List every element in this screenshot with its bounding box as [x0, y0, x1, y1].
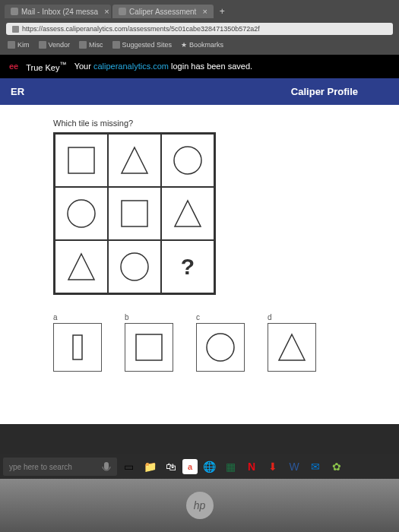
browser-chrome: Mail - Inbox (24 messa × Caliper Assessm…	[0, 0, 399, 55]
square-icon	[132, 331, 166, 364]
site-icon	[119, 8, 126, 15]
microphone-icon[interactable]	[102, 461, 111, 473]
grid-cell	[108, 187, 161, 240]
svg-rect-9	[136, 334, 162, 360]
page-title: Caliper Profile	[291, 86, 358, 97]
triangle-icon	[64, 249, 99, 284]
store-icon[interactable]: 🛍	[161, 458, 181, 476]
search-input[interactable]: ype here to search	[3, 458, 117, 476]
question-mark-icon: ?	[181, 254, 195, 280]
tab-label: Mail - Inbox (24 messa	[21, 8, 98, 16]
svg-point-2	[174, 147, 201, 174]
new-tab-button[interactable]: +	[215, 5, 230, 18]
answer-option-b[interactable]: b	[125, 313, 173, 372]
answer-option-a[interactable]: a	[53, 313, 102, 372]
app-icon[interactable]: ✿	[327, 458, 347, 476]
tab-mail[interactable]: Mail - Inbox (24 messa ×	[5, 5, 111, 18]
bookmark-bookmarks[interactable]: ★Bookmarks	[181, 41, 223, 49]
circle-icon	[204, 331, 237, 364]
close-icon[interactable]: ×	[202, 7, 207, 16]
answer-label: d	[268, 313, 272, 321]
grid-cell	[55, 187, 108, 240]
hp-logo-icon: hp	[186, 492, 214, 519]
answer-label: c	[196, 313, 200, 321]
excel-icon[interactable]: ▦	[220, 458, 240, 476]
chrome-icon[interactable]: 🌐	[199, 458, 219, 476]
circle-icon	[170, 143, 205, 178]
laptop-bezel: hp	[0, 479, 399, 532]
triangle-icon	[170, 196, 205, 231]
answer-option-d[interactable]: d	[268, 313, 316, 372]
grid-cell	[161, 134, 214, 187]
content-area: Which tile is missing? ? a b c d	[0, 105, 399, 424]
star-icon: ★	[181, 41, 187, 49]
bookmark-suggested[interactable]: Suggested Sites	[112, 41, 173, 49]
answer-label: b	[125, 313, 129, 321]
svg-marker-1	[122, 147, 147, 173]
grid-cell	[108, 134, 161, 187]
word-icon[interactable]: W	[284, 458, 304, 476]
answers-row: a b c d	[53, 313, 376, 372]
rectangle-icon	[61, 331, 94, 364]
grid-cell	[55, 240, 108, 293]
url-text: https://assess.caliperanalytics.com/asse…	[22, 25, 260, 33]
truekey-logo-icon: ee	[9, 62, 18, 71]
grid-cell	[55, 134, 108, 187]
answer-option-c[interactable]: c	[196, 313, 245, 372]
circle-icon	[117, 249, 152, 284]
tab-label: Caliper Assessment	[129, 8, 196, 16]
address-bar[interactable]: https://assess.caliperanalytics.com/asse…	[6, 23, 393, 35]
caliper-header: ER Caliper Profile	[0, 78, 399, 105]
acrobat-icon[interactable]: ⬇	[263, 458, 283, 476]
svg-point-7	[121, 253, 148, 280]
svg-point-10	[207, 334, 234, 361]
truekey-link[interactable]: caliperanalytics.com	[93, 62, 169, 71]
truekey-notification: ee True Key™ Your caliperanalytics.com l…	[0, 55, 399, 78]
truekey-message: Your caliperanalytics.com login has been…	[74, 62, 252, 71]
tab-strip: Mail - Inbox (24 messa × Caliper Assessm…	[0, 3, 399, 20]
bookmark-kim[interactable]: Kim	[8, 41, 30, 49]
grid-cell	[161, 187, 214, 240]
bookmark-misc[interactable]: Misc	[79, 41, 103, 49]
lock-icon	[12, 26, 19, 33]
header-left: ER	[11, 86, 24, 97]
close-icon[interactable]: ×	[104, 7, 109, 16]
file-explorer-icon[interactable]: 📁	[140, 458, 160, 476]
folder-icon	[79, 41, 87, 49]
bookmarks-bar: Kim Vendor Misc Suggested Sites ★Bookmar…	[0, 38, 399, 52]
svg-rect-8	[73, 335, 82, 359]
grid-cell-missing: ?	[161, 240, 214, 293]
task-view-icon[interactable]: ▭	[119, 458, 138, 476]
netflix-icon[interactable]: N	[242, 458, 261, 476]
answer-label: a	[53, 313, 58, 321]
triangle-icon	[117, 143, 152, 178]
svg-marker-6	[68, 254, 94, 280]
app-icon[interactable]: a	[182, 459, 198, 474]
svg-point-3	[68, 200, 95, 227]
svg-rect-4	[122, 201, 147, 226]
svg-marker-11	[279, 334, 305, 360]
tab-caliper[interactable]: Caliper Assessment ×	[112, 5, 214, 18]
grid-cell	[108, 240, 161, 293]
mail-icon	[11, 8, 18, 15]
windows-taskbar: ype here to search ▭ 📁 🛍 a 🌐 ▦ N ⬇ W ✉ ✿	[0, 454, 399, 479]
outlook-icon[interactable]: ✉	[306, 458, 325, 476]
truekey-brand: True Key™	[26, 61, 66, 72]
folder-icon	[39, 41, 46, 49]
address-row: https://assess.caliperanalytics.com/asse…	[0, 20, 399, 38]
svg-rect-12	[104, 462, 109, 470]
circle-icon	[64, 196, 99, 231]
bookmark-vendor[interactable]: Vendor	[39, 41, 71, 49]
question-text: Which tile is missing?	[53, 119, 376, 128]
folder-icon	[8, 41, 15, 49]
triangle-icon	[275, 331, 309, 364]
search-placeholder: ype here to search	[9, 463, 72, 471]
folder-icon	[112, 41, 120, 49]
svg-rect-0	[68, 147, 94, 173]
svg-marker-5	[175, 201, 201, 226]
square-icon	[64, 143, 99, 178]
puzzle-grid: ?	[53, 132, 216, 295]
square-icon	[117, 196, 152, 231]
